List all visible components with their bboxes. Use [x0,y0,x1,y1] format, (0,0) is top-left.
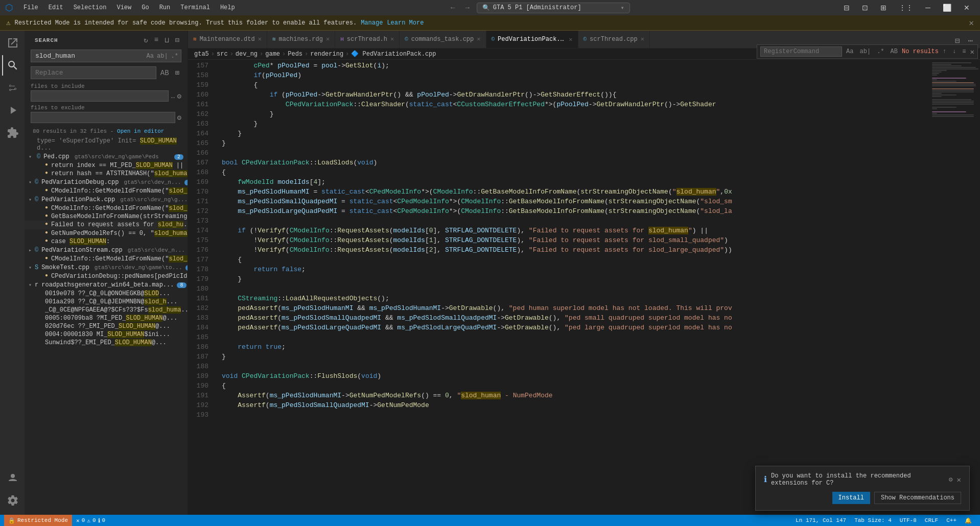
find-preserve-case-button[interactable]: AB [889,47,900,56]
tab-close-machines[interactable]: ✕ [326,35,330,43]
menu-run[interactable]: Run [155,3,175,12]
match-item[interactable]: ● CModelInfo::GetModelIdFromName("slod_h… [25,255,188,263]
tab-close-scrthread-h[interactable]: ✕ [390,35,394,43]
manage-link[interactable]: Manage [361,19,383,27]
breadcrumb-devng[interactable]: dev_ng [236,51,258,58]
match-case-button[interactable]: Aa [146,52,155,60]
tab-close-pedvariationpack[interactable]: ✕ [569,36,572,43]
result-file-smoketest-cpp-header[interactable]: ▾ S SmokeTest.cpp gta5\src\dev_ng\game\t… [25,263,188,272]
replace-input[interactable] [31,66,156,79]
collapse-all-button[interactable]: ⊟ [173,35,181,45]
breadcrumb-src[interactable]: src [217,51,228,58]
notification-close-button[interactable]: ✕ [957,475,961,484]
show-recommendations-button[interactable]: Show Recommendations [874,492,961,504]
replace-all-button[interactable]: AB [158,68,171,78]
tab-scrthread-cpp[interactable]: © scrThread.cpp ✕ [578,31,650,48]
menu-go[interactable]: Go [137,3,153,12]
run-debug-icon[interactable] [2,100,22,121]
open-in-editor-link[interactable]: Open in editor [117,128,164,134]
find-toggle-button[interactable]: ≡ [960,47,968,56]
files-to-exclude-input[interactable] [31,112,175,123]
line-ending[interactable]: CRLF [921,517,942,523]
match-word-button[interactable]: ab| [156,52,169,60]
search-activity-icon[interactable] [2,55,22,76]
filter-include-toggle[interactable]: … [171,92,175,100]
explorer-icon[interactable] [2,33,22,53]
menu-view[interactable]: View [112,3,135,12]
breadcrumb-file[interactable]: 🔷 PedVariationPack.cpp [351,50,436,58]
tab-pedvariationpack-cpp[interactable]: © PedVariationPack.cpp ✕ [486,31,578,48]
feedback-button[interactable]: 🔔 [961,517,976,524]
filter-include-btn[interactable]: ⚙ [177,92,181,101]
match-item[interactable]: 0005:00709ba8 ?MI_PED_SLOD_HUMAN@... [25,314,188,322]
breadcrumb-gta5[interactable]: gta5 [194,51,209,58]
restricted-mode-indicator[interactable]: 🔒 Restricted Mode [4,515,72,526]
layout-button-1[interactable]: ⊟ [838,2,855,14]
match-item[interactable]: 020d76ec ??_EMI_PED_SLOD_HUMAN@... [25,322,188,330]
language[interactable]: C++ [942,517,961,523]
warning-close-button[interactable]: ✕ [969,18,974,28]
files-to-include-input[interactable] [31,90,169,102]
menu-selection[interactable]: Selection [69,3,111,12]
result-file-pedvariationstream-cpp-header[interactable]: ▸ © PedVariationStream.cpp gta5\src\dev_… [25,246,188,255]
menu-file[interactable]: File [19,3,42,12]
match-item[interactable]: Sunwind$??_EMI_PED_SLOD_HUMAN@... [25,339,188,347]
find-regex-button[interactable]: .* [875,47,886,56]
tab-maintenance-dtd[interactable]: ≋ Maintenance.dtd ✕ [188,31,267,48]
use-regex-button[interactable]: .* [170,52,179,60]
back-button[interactable]: ← [448,3,458,13]
accounts-icon[interactable] [2,468,22,488]
find-close-button[interactable]: ✕ [970,47,974,56]
refresh-results-button[interactable]: ↻ [142,35,150,45]
tab-close-maintenance[interactable]: ✕ [258,35,262,43]
menu-terminal[interactable]: Terminal [176,3,214,12]
find-prev-button[interactable]: ↑ [941,47,948,56]
match-item[interactable]: ● GetBaseModelInfoFromName(strStreamingO… [25,212,188,221]
cursor-position[interactable]: Ln 171, Col 147 [791,517,850,523]
breadcrumb-game[interactable]: game [265,51,280,58]
source-control-icon[interactable] [2,78,22,98]
notification-settings-icon[interactable]: ⚙ [949,475,953,484]
clear-results-button[interactable]: ≡ [152,35,160,45]
match-item[interactable]: ● CModelInfo::GetModelIdFromName("slod_s… [25,204,188,212]
forward-button[interactable]: → [462,3,472,13]
settings-icon[interactable] [2,490,22,511]
errors-indicator[interactable]: ✕ 0 ⚠ 0 ℹ 0 [72,515,109,526]
tab-close-commands-task[interactable]: ✕ [477,35,480,43]
tab-commands-task-cpp[interactable]: © commands_task.cpp ✕ [400,31,486,48]
extensions-icon[interactable] [2,123,22,143]
match-item[interactable]: ● return hash == ATSTRINHASH("slod_human… [25,170,188,178]
result-file-ped-cpp-header[interactable]: ▾ © Ped.cpp gta5\src\dev_ng\game\Peds 2 [25,152,188,161]
match-item[interactable]: ● GetNumPedModelRefs() == 0, "slod_human… [25,229,188,237]
match-item[interactable]: 0004:00001830 MI_SLOD_HUMAN$ini... [25,330,188,339]
filter-exclude-toggle[interactable]: ⚙ [177,113,181,122]
match-item[interactable]: ● CPedVariationDebug::pedNames[pedPicId]… [25,272,188,280]
breadcrumb-peds[interactable]: Peds [288,51,302,58]
minimize-button[interactable]: ─ [920,2,936,14]
breadcrumb-rendering[interactable]: rendering [310,51,343,58]
result-file-pedvariationpack-cpp-header[interactable]: ▾ © PedVariationPack.cpp gta5\src\dev_ng… [25,195,188,204]
tab-close-scrthread-cpp[interactable]: ✕ [641,35,644,43]
title-search-bar[interactable]: 🔍 GTA 5 P1 [Administrator] ▾ [477,3,630,13]
match-item[interactable]: _C@_0CE@NPFGAEEA@?$CFs?3?$Fsslod_huma... [25,306,188,314]
match-item[interactable]: 001aa298 ??_C@_0L@JEDHMNBN@slod_h... [25,298,188,306]
find-input[interactable] [760,46,842,57]
match-item[interactable]: ● case SLOD_HUMAN: [25,237,188,246]
tab-scrthread-h[interactable]: H scrThread.h ✕ [335,31,400,48]
install-button[interactable]: Install [832,492,870,504]
layout-button-3[interactable]: ⊞ [875,2,892,14]
find-match-case-button[interactable]: Aa [844,47,855,56]
tab-size[interactable]: Tab Size: 4 [850,517,896,523]
maximize-button[interactable]: ⬜ [938,2,956,14]
tab-machines-rdg[interactable]: ≋ machines.rdg ✕ [267,31,335,48]
layout-button-2[interactable]: ⊡ [857,2,873,14]
find-match-word-button[interactable]: ab| [858,47,873,56]
match-item-failed[interactable]: ● Failed to request assets for slod_hu..… [25,221,188,229]
code-content[interactable]: cPed* pPoolPed = pool->GetSlot(i); if(pP… [214,60,929,515]
encoding[interactable]: UTF-8 [896,517,921,523]
menu-edit[interactable]: Edit [44,3,67,12]
match-item[interactable]: 0019e078 ??_C@_0L@ONOHEGKB@SLOD... [25,290,188,298]
match-item[interactable]: ● return index == MI_PED_SLOD_HUMAN || i… [25,161,188,170]
result-file-roadpaths-header[interactable]: ▾ r roadpathsgenerator_win64_beta.map...… [25,280,188,290]
find-next-button[interactable]: ↓ [950,47,958,56]
